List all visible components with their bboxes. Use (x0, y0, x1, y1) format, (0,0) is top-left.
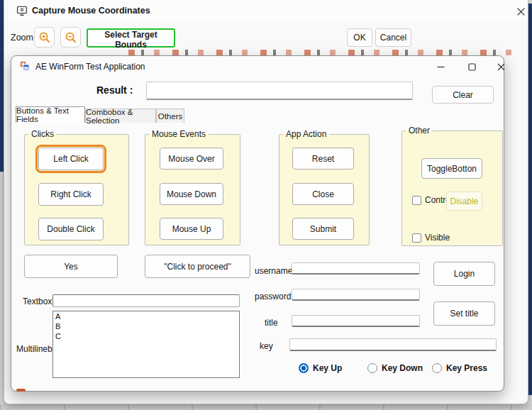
radio-key-up[interactable]: Key Up (299, 363, 342, 373)
app-action-group: App Action Reset Close Submit (279, 129, 370, 245)
winform-window: AE WinForm Test Application Result : Cle… (11, 55, 504, 392)
textbox-label: Textbox (23, 297, 52, 306)
zoom-in-icon (38, 31, 51, 44)
password-label: password (255, 292, 291, 301)
radio-unselected-icon (432, 363, 442, 373)
mouse-up-button[interactable]: Mouse Up (160, 218, 223, 240)
login-button[interactable]: Login (433, 262, 495, 286)
cancel-button[interactable]: Cancel (375, 28, 411, 47)
radio-unselected-icon (367, 363, 377, 373)
maximize-icon (468, 63, 476, 71)
winform-app-icon (20, 61, 30, 71)
radio-key-press[interactable]: Key Press (432, 363, 487, 373)
visible-checkbox-row: Visible (412, 233, 450, 243)
ok-button[interactable]: OK (347, 28, 372, 47)
radio-selected-icon (299, 363, 309, 373)
multilinebox-input[interactable]: A B C (52, 311, 240, 378)
multilinebox-content: A B C (55, 312, 237, 341)
set-title-button[interactable]: Set title (433, 301, 495, 326)
close-icon (497, 63, 505, 71)
close-icon (516, 7, 526, 16)
radio-key-up-label: Key Up (313, 363, 342, 373)
zoom-out-icon (65, 31, 77, 44)
winform-titlebar: AE WinForm Test Application (11, 56, 504, 76)
username-input[interactable] (292, 262, 420, 275)
mouse-events-group: Mouse Events Mouse Over Mouse Down Mouse… (145, 129, 240, 245)
right-click-button[interactable]: Right Click (38, 183, 104, 206)
submit-button[interactable]: Submit (292, 218, 354, 240)
yes-button[interactable]: Yes (24, 255, 118, 278)
password-input[interactable] (292, 289, 420, 301)
title-input[interactable] (292, 315, 420, 327)
left-click-button[interactable]: Left Click (38, 148, 104, 170)
app-action-group-label: App Action (283, 129, 329, 139)
toggle-button[interactable]: ToggleBotton (421, 158, 482, 179)
winform-title: AE WinForm Test Application (35, 62, 145, 72)
close-button[interactable]: Close (292, 183, 354, 205)
zoom-in-button[interactable] (34, 27, 55, 48)
zoom-out-button[interactable] (60, 27, 81, 48)
double-click-button[interactable]: Double Click (38, 218, 104, 240)
screen: Capture Mouse Coordinates Zoom: Select T (0, 0, 532, 410)
select-target-bounds-button[interactable]: Select Target Bounds (87, 28, 175, 48)
desktop-bottom-strip (0, 404, 532, 410)
result-input[interactable] (146, 82, 413, 100)
tab-combobox-selection[interactable]: Combobox & Selection (85, 109, 156, 123)
visible-checkbox[interactable] (412, 233, 421, 243)
minimize-icon (437, 63, 445, 71)
mouse-down-button[interactable]: Mouse Down (160, 183, 223, 205)
other-group-label: Other (406, 126, 433, 135)
textbox-input[interactable] (52, 294, 240, 307)
clicks-group-label: Clicks (28, 129, 57, 139)
radio-key-press-label: Key Press (446, 363, 487, 373)
username-label: username (255, 266, 292, 276)
reset-button[interactable]: Reset (292, 148, 354, 170)
background-artifact (16, 389, 26, 392)
tab-others[interactable]: Others (156, 109, 184, 123)
capture-titlebar: Capture Mouse Coordinates (4, 0, 528, 21)
disable-button: Disable (446, 192, 482, 211)
key-input[interactable] (289, 338, 497, 351)
inner-close-button[interactable] (492, 60, 510, 74)
clicks-group: Clicks Left Click Right Click Double Cli… (24, 129, 129, 245)
mouse-over-button[interactable]: Mouse Over (160, 148, 223, 170)
window-title: Capture Mouse Coordinates (32, 6, 150, 16)
title-label: title (265, 318, 278, 328)
key-label: key (260, 341, 273, 351)
zoom-label: Zoom: (11, 33, 35, 43)
maximize-button[interactable] (462, 60, 481, 74)
tab-buttons-text-fields[interactable]: Buttons & Text Fields (16, 106, 85, 123)
clear-button[interactable]: Clear (432, 86, 494, 104)
desktop-edge-right (528, 4, 532, 395)
radio-key-down[interactable]: Key Down (367, 363, 423, 373)
radio-key-down-label: Key Down (382, 363, 423, 373)
outer-close-button[interactable] (514, 4, 528, 18)
mouse-events-group-label: Mouse Events (149, 129, 209, 139)
minimize-button[interactable] (431, 60, 450, 74)
result-label: Result : (96, 84, 133, 96)
screen-capture-icon (16, 5, 28, 16)
other-group: Other ToggleBotton Control Disable Visib… (401, 126, 503, 246)
clipped-background-text (128, 50, 524, 55)
control-checkbox[interactable] (412, 196, 421, 205)
click-to-proceed-button[interactable]: "Click to proceed" (145, 255, 250, 278)
visible-checkbox-label: Visible (425, 233, 450, 243)
